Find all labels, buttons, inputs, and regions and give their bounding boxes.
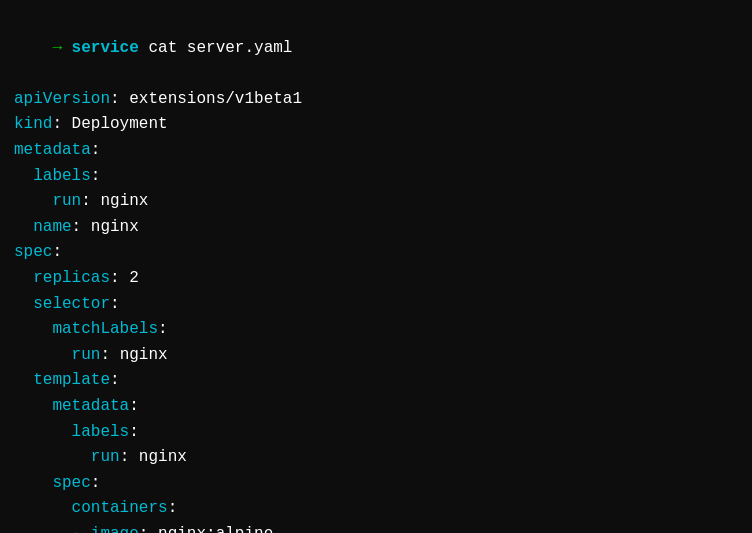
yaml-key: replicas [33,269,110,287]
yaml-indent [14,295,33,313]
yaml-key: name [33,218,71,236]
prompt-arrow: → [52,39,71,57]
yaml-key: labels [33,167,91,185]
yaml-line-spec2: spec: [14,471,738,497]
yaml-value: : Deployment [52,115,167,133]
yaml-value: : nginx [81,192,148,210]
yaml-line-selector: selector: [14,292,738,318]
yaml-line-name1: name: nginx [14,215,738,241]
yaml-indent [14,269,33,287]
yaml-line-labels2: labels: [14,420,738,446]
yaml-indent: - [14,525,91,533]
yaml-indent [14,397,52,415]
yaml-value: : nginx [100,346,167,364]
yaml-line-containers: containers: [14,496,738,522]
yaml-key: kind [14,115,52,133]
yaml-key: image [91,525,139,533]
yaml-key: run [72,346,101,364]
yaml-line-apiversion: apiVersion: extensions/v1beta1 [14,87,738,113]
yaml-key: run [91,448,120,466]
yaml-key: metadata [52,397,129,415]
yaml-indent [14,371,33,389]
yaml-colon: : [168,499,178,517]
terminal-window: → service cat server.yaml apiVersion: ex… [0,0,752,533]
yaml-key: spec [14,243,52,261]
yaml-key: matchLabels [52,320,158,338]
yaml-colon: : [52,243,62,261]
yaml-colon: : [91,474,101,492]
yaml-value: : 2 [110,269,139,287]
yaml-colon: : [129,423,139,441]
yaml-line-kind: kind: Deployment [14,112,738,138]
yaml-key: labels [72,423,130,441]
yaml-indent [14,218,33,236]
yaml-line-matchlabels: matchLabels: [14,317,738,343]
yaml-line-template: template: [14,368,738,394]
yaml-line-image: - image: nginx:alpine [14,522,738,533]
yaml-colon: : [129,397,139,415]
yaml-colon: : [158,320,168,338]
yaml-line-metadata: metadata: [14,138,738,164]
yaml-value: : nginx:alpine [139,525,273,533]
yaml-colon: : [110,371,120,389]
yaml-colon: : extensions/v1beta1 [110,90,302,108]
command-line: → service cat server.yaml [14,10,738,87]
yaml-line-run3: run: nginx [14,445,738,471]
yaml-key: apiVersion [14,90,110,108]
yaml-key: spec [52,474,90,492]
yaml-value: : nginx [120,448,187,466]
yaml-colon: : [91,141,101,159]
yaml-key: containers [72,499,168,517]
yaml-line-run2: run: nginx [14,343,738,369]
command-rest: cat server.yaml [139,39,293,57]
yaml-key: template [33,371,110,389]
yaml-indent [14,192,52,210]
yaml-indent [14,448,91,466]
command-service-keyword: service [72,39,139,57]
yaml-line-spec1: spec: [14,240,738,266]
yaml-line-labels: labels: [14,164,738,190]
yaml-key: run [52,192,81,210]
yaml-key: metadata [14,141,91,159]
yaml-indent [14,346,72,364]
yaml-indent [14,320,52,338]
yaml-line-replicas: replicas: 2 [14,266,738,292]
yaml-indent [14,167,33,185]
yaml-line-run1: run: nginx [14,189,738,215]
yaml-key: selector [33,295,110,313]
yaml-value: : nginx [72,218,139,236]
yaml-colon: : [110,295,120,313]
yaml-indent [14,423,72,441]
yaml-colon: : [91,167,101,185]
yaml-indent [14,499,72,517]
yaml-line-metadata2: metadata: [14,394,738,420]
yaml-indent [14,474,52,492]
